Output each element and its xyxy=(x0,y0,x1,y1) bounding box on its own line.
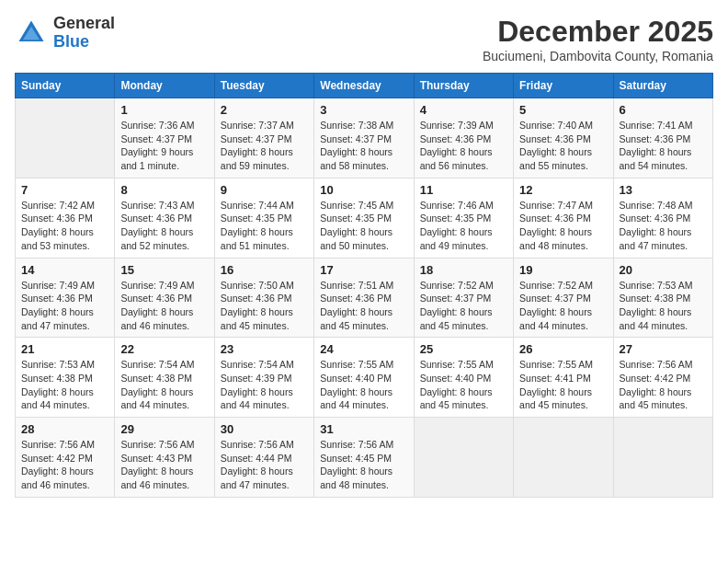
day-cell: 23Sunrise: 7:54 AMSunset: 4:39 PMDayligh… xyxy=(214,338,313,418)
day-number: 16 xyxy=(221,263,308,277)
day-cell: 26Sunrise: 7:55 AMSunset: 4:41 PMDayligh… xyxy=(514,338,613,418)
day-info: Sunrise: 7:44 AMSunset: 4:35 PMDaylight:… xyxy=(221,199,308,253)
day-number: 4 xyxy=(420,103,507,117)
day-cell: 14Sunrise: 7:49 AMSunset: 4:36 PMDayligh… xyxy=(16,258,115,338)
day-info: Sunrise: 7:45 AMSunset: 4:35 PMDaylight:… xyxy=(320,199,407,253)
day-info: Sunrise: 7:43 AMSunset: 4:36 PMDaylight:… xyxy=(120,199,208,253)
day-cell: 18Sunrise: 7:52 AMSunset: 4:37 PMDayligh… xyxy=(414,258,513,338)
month-title: December 2025 xyxy=(483,15,713,49)
day-cell: 28Sunrise: 7:56 AMSunset: 4:42 PMDayligh… xyxy=(16,418,115,498)
weekday-header-saturday: Saturday xyxy=(613,74,712,98)
day-cell: 20Sunrise: 7:53 AMSunset: 4:38 PMDayligh… xyxy=(613,258,712,338)
day-number: 29 xyxy=(120,422,208,436)
day-info: Sunrise: 7:37 AMSunset: 4:37 PMDaylight:… xyxy=(221,119,308,173)
day-number: 24 xyxy=(320,342,407,356)
day-info: Sunrise: 7:50 AMSunset: 4:36 PMDaylight:… xyxy=(221,279,308,333)
calendar-table: SundayMondayTuesdayWednesdayThursdayFrid… xyxy=(15,73,713,498)
day-number: 3 xyxy=(320,103,407,117)
day-cell: 27Sunrise: 7:56 AMSunset: 4:42 PMDayligh… xyxy=(613,338,712,418)
day-info: Sunrise: 7:54 AMSunset: 4:38 PMDaylight:… xyxy=(120,358,208,412)
day-info: Sunrise: 7:40 AMSunset: 4:36 PMDaylight:… xyxy=(519,119,607,173)
day-number: 25 xyxy=(420,342,507,356)
day-info: Sunrise: 7:39 AMSunset: 4:36 PMDaylight:… xyxy=(420,119,507,173)
day-info: Sunrise: 7:56 AMSunset: 4:44 PMDaylight:… xyxy=(221,438,308,492)
day-info: Sunrise: 7:49 AMSunset: 4:36 PMDaylight:… xyxy=(120,279,208,333)
day-cell: 22Sunrise: 7:54 AMSunset: 4:38 PMDayligh… xyxy=(115,338,214,418)
day-info: Sunrise: 7:53 AMSunset: 4:38 PMDaylight:… xyxy=(620,279,707,333)
day-cell: 3Sunrise: 7:38 AMSunset: 4:37 PMDaylight… xyxy=(314,98,414,178)
weekday-header-row: SundayMondayTuesdayWednesdayThursdayFrid… xyxy=(16,74,713,98)
week-row-3: 14Sunrise: 7:49 AMSunset: 4:36 PMDayligh… xyxy=(16,258,713,338)
day-number: 31 xyxy=(320,422,407,436)
day-number: 22 xyxy=(120,342,208,356)
weekday-header-monday: Monday xyxy=(115,74,214,98)
day-number: 6 xyxy=(620,103,707,117)
day-cell: 31Sunrise: 7:56 AMSunset: 4:45 PMDayligh… xyxy=(314,418,414,498)
day-cell xyxy=(514,418,613,498)
logo-icon xyxy=(15,17,48,50)
day-number: 12 xyxy=(519,183,607,197)
logo-general: General xyxy=(53,15,115,33)
day-cell xyxy=(613,418,712,498)
day-info: Sunrise: 7:41 AMSunset: 4:36 PMDaylight:… xyxy=(620,119,707,173)
weekday-header-sunday: Sunday xyxy=(16,74,115,98)
day-number: 28 xyxy=(21,422,108,436)
logo-blue: Blue xyxy=(53,33,115,52)
day-info: Sunrise: 7:38 AMSunset: 4:37 PMDaylight:… xyxy=(320,119,407,173)
day-number: 23 xyxy=(221,342,308,356)
day-number: 20 xyxy=(620,263,707,277)
day-info: Sunrise: 7:55 AMSunset: 4:41 PMDaylight:… xyxy=(519,358,607,412)
day-cell: 13Sunrise: 7:48 AMSunset: 4:36 PMDayligh… xyxy=(613,178,712,258)
day-number: 5 xyxy=(519,103,607,117)
day-cell: 10Sunrise: 7:45 AMSunset: 4:35 PMDayligh… xyxy=(314,178,414,258)
day-info: Sunrise: 7:55 AMSunset: 4:40 PMDaylight:… xyxy=(420,358,507,412)
day-number: 2 xyxy=(221,103,308,117)
day-info: Sunrise: 7:49 AMSunset: 4:36 PMDaylight:… xyxy=(21,279,108,333)
day-info: Sunrise: 7:56 AMSunset: 4:43 PMDaylight:… xyxy=(120,438,208,492)
day-number: 13 xyxy=(620,183,707,197)
title-block: December 2025 Buciumeni, Dambovita Count… xyxy=(483,15,713,63)
day-number: 1 xyxy=(120,103,208,117)
day-cell: 15Sunrise: 7:49 AMSunset: 4:36 PMDayligh… xyxy=(115,258,214,338)
day-cell xyxy=(16,98,115,178)
day-number: 18 xyxy=(420,263,507,277)
day-cell: 19Sunrise: 7:52 AMSunset: 4:37 PMDayligh… xyxy=(514,258,613,338)
weekday-header-tuesday: Tuesday xyxy=(214,74,313,98)
week-row-4: 21Sunrise: 7:53 AMSunset: 4:38 PMDayligh… xyxy=(16,338,713,418)
day-info: Sunrise: 7:52 AMSunset: 4:37 PMDaylight:… xyxy=(420,279,507,333)
day-cell: 9Sunrise: 7:44 AMSunset: 4:35 PMDaylight… xyxy=(214,178,313,258)
day-info: Sunrise: 7:56 AMSunset: 4:45 PMDaylight:… xyxy=(320,438,407,492)
weekday-header-thursday: Thursday xyxy=(414,74,513,98)
day-number: 9 xyxy=(221,183,308,197)
day-cell: 11Sunrise: 7:46 AMSunset: 4:35 PMDayligh… xyxy=(414,178,513,258)
weekday-header-friday: Friday xyxy=(514,74,613,98)
day-cell: 6Sunrise: 7:41 AMSunset: 4:36 PMDaylight… xyxy=(613,98,712,178)
day-cell: 12Sunrise: 7:47 AMSunset: 4:36 PMDayligh… xyxy=(514,178,613,258)
day-number: 17 xyxy=(320,263,407,277)
week-row-2: 7Sunrise: 7:42 AMSunset: 4:36 PMDaylight… xyxy=(16,178,713,258)
day-info: Sunrise: 7:53 AMSunset: 4:38 PMDaylight:… xyxy=(21,358,108,412)
week-row-5: 28Sunrise: 7:56 AMSunset: 4:42 PMDayligh… xyxy=(16,418,713,498)
weekday-header-wednesday: Wednesday xyxy=(314,74,414,98)
location-title: Buciumeni, Dambovita County, Romania xyxy=(483,49,713,63)
day-cell: 16Sunrise: 7:50 AMSunset: 4:36 PMDayligh… xyxy=(214,258,313,338)
week-row-1: 1Sunrise: 7:36 AMSunset: 4:37 PMDaylight… xyxy=(16,98,713,178)
day-cell: 25Sunrise: 7:55 AMSunset: 4:40 PMDayligh… xyxy=(414,338,513,418)
day-number: 19 xyxy=(519,263,607,277)
day-cell: 30Sunrise: 7:56 AMSunset: 4:44 PMDayligh… xyxy=(214,418,313,498)
day-info: Sunrise: 7:54 AMSunset: 4:39 PMDaylight:… xyxy=(221,358,308,412)
day-number: 27 xyxy=(620,342,707,356)
logo: General Blue xyxy=(15,15,115,52)
day-info: Sunrise: 7:52 AMSunset: 4:37 PMDaylight:… xyxy=(519,279,607,333)
day-cell: 17Sunrise: 7:51 AMSunset: 4:36 PMDayligh… xyxy=(314,258,414,338)
day-number: 14 xyxy=(21,263,108,277)
day-cell: 5Sunrise: 7:40 AMSunset: 4:36 PMDaylight… xyxy=(514,98,613,178)
day-number: 26 xyxy=(519,342,607,356)
day-cell xyxy=(414,418,513,498)
day-cell: 1Sunrise: 7:36 AMSunset: 4:37 PMDaylight… xyxy=(115,98,214,178)
day-info: Sunrise: 7:56 AMSunset: 4:42 PMDaylight:… xyxy=(21,438,108,492)
day-cell: 7Sunrise: 7:42 AMSunset: 4:36 PMDaylight… xyxy=(16,178,115,258)
day-info: Sunrise: 7:42 AMSunset: 4:36 PMDaylight:… xyxy=(21,199,108,253)
day-info: Sunrise: 7:48 AMSunset: 4:36 PMDaylight:… xyxy=(620,199,707,253)
day-info: Sunrise: 7:47 AMSunset: 4:36 PMDaylight:… xyxy=(519,199,607,253)
